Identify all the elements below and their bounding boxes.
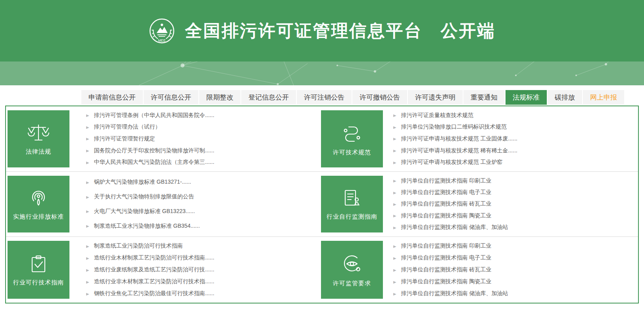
nav-tab[interactable]: 网上申报 <box>583 90 624 105</box>
list-item-text: 排污许可管理条例（中华人民共和国国务院令...... <box>94 112 214 119</box>
list-item-text: 排污单位污染物排放口二维码标识技术规范 <box>401 123 507 131</box>
list-item-text: 锅炉大气污染物排放标准 GB13271-...... <box>94 179 191 186</box>
list-item[interactable]: ▶锅炉大气污染物排放标准 GB13271-...... <box>86 179 316 186</box>
list-item-text: 造纸行业非木材制浆工艺污染防治可行技术指...... <box>94 278 214 285</box>
nav-tab[interactable]: 申请前信息公开 <box>81 90 143 105</box>
section-emission-standards: 实施行业排放标准 ▶锅炉大气污染物排放标准 GB13271-......▶关于执… <box>6 172 320 236</box>
nav-tab[interactable]: 限期整改 <box>199 90 240 105</box>
list-item[interactable]: ▶排污许可证申请与核发技术规范 工业固体废...... <box>393 135 634 142</box>
link-list-feasible-tech: ▶制浆造纸工业污染防治可行技术指南▶造纸行业木材制浆工艺污染防治可行技术指南..… <box>69 237 320 303</box>
category-label: 法律法规 <box>26 148 51 156</box>
triangle-bullet-icon: ▶ <box>393 244 396 248</box>
triangle-bullet-icon: ▶ <box>393 125 396 129</box>
list-item[interactable]: ▶钢铁行业焦化工艺污染防治最佳可行技术指南...... <box>86 290 316 297</box>
list-item[interactable]: ▶排污单位自行监测技术指南 印刷工业 <box>393 177 634 184</box>
category-box-self-monitoring[interactable]: 行业自行监测指南 <box>321 176 383 232</box>
list-item-text: 火电厂大气污染物排放标准 GB13223...... <box>94 208 195 215</box>
list-item[interactable]: ▶排污单位自行监测技术指南 陶瓷工业 <box>393 212 634 219</box>
nav-tab[interactable]: 许可注销公告 <box>297 90 352 105</box>
list-item[interactable]: ▶排污单位自行监测技术指南 储油库、加油站 <box>393 290 634 297</box>
nav-tab[interactable]: 碳排放 <box>548 90 582 105</box>
triangle-bullet-icon: ▶ <box>393 256 396 260</box>
list-item[interactable]: ▶排污许可证管理暂行规定 <box>86 135 316 142</box>
list-item[interactable]: ▶火电厂大气污染物排放标准 GB13223...... <box>86 208 316 215</box>
nav-tab[interactable]: 许可撤销公告 <box>352 90 407 105</box>
list-item-text: 排污单位自行监测技术指南 储油库、加油站 <box>401 224 508 231</box>
list-item[interactable]: ▶排污单位自行监测技术指南 陶瓷工业 <box>393 278 634 285</box>
triangle-bullet-icon: ▶ <box>393 214 396 218</box>
list-item-text: 制浆造纸工业水污染物排放标准 GB354...... <box>94 223 200 230</box>
list-item-text: 中华人民共和国大气污染防治法（主席令第三...... <box>94 159 214 166</box>
triangle-bullet-icon: ▶ <box>86 292 89 296</box>
list-item[interactable]: ▶造纸行业非木材制浆工艺污染防治可行技术指...... <box>86 278 316 285</box>
nav-tab[interactable]: 法规标准 <box>506 90 547 105</box>
list-item[interactable]: ▶国务院办公厅关于印发控制污染物排放许可制...... <box>86 147 316 154</box>
list-item[interactable]: ▶关于执行大气污染物特别排放限值的公告 <box>86 193 316 200</box>
list-item-text: 排污单位自行监测技术指南 砖瓦工业 <box>401 200 492 207</box>
list-item[interactable]: ▶排污单位污染物排放口二维码标识技术规范 <box>393 123 634 131</box>
category-label: 行业自行监测指南 <box>327 213 377 221</box>
list-item-text: 排污单位自行监测技术指南 印刷工业 <box>401 177 492 184</box>
list-item[interactable]: ▶排污许可管理办法（试行） <box>86 123 316 131</box>
triangle-bullet-icon: ▶ <box>393 292 396 296</box>
list-item-text: 排污许可证申请与核发技术规范 工业固体废...... <box>401 135 517 142</box>
list-item[interactable]: ▶造纸行业木材制浆工艺污染防治可行技术指南...... <box>86 254 316 261</box>
category-box-tech-specs[interactable]: 许可技术规范 <box>321 110 383 167</box>
list-item[interactable]: ▶排污单位自行监测技术指南 砖瓦工业 <box>393 200 634 207</box>
category-box-feasible-tech[interactable]: 行业可行技术指南 <box>8 241 69 299</box>
list-item-text: 钢铁行业焦化工艺污染防治最佳可行技术指南...... <box>94 290 214 297</box>
triangle-bullet-icon: ▶ <box>393 160 396 164</box>
sections-row-3: 行业可行技术指南 ▶制浆造纸工业污染防治可行技术指南▶造纸行业木材制浆工艺污染防… <box>6 236 638 303</box>
list-item[interactable]: ▶排污许可证申请与核发技术规范 稀有稀土金...... <box>393 147 634 154</box>
category-label: 许可监管要求 <box>333 280 371 287</box>
section-supervision: 许可监管要求 ▶排污单位自行监测技术指南 印刷工业▶排污单位自行监测技术指南 电… <box>320 237 638 303</box>
list-item-text: 排污许可证质量核查技术规范 <box>401 112 473 119</box>
list-item[interactable]: ▶排污单位自行监测技术指南 电子工业 <box>393 254 634 261</box>
link-list-self-monitoring: ▶排污单位自行监测技术指南 印刷工业▶排污单位自行监测技术指南 电子工业▶排污单… <box>383 172 638 236</box>
list-item[interactable]: ▶制浆造纸工业水污染物排放标准 GB354...... <box>86 223 316 230</box>
list-item[interactable]: ▶排污单位自行监测技术指南 电子工业 <box>393 189 634 196</box>
list-item[interactable]: ▶排污许可证质量核查技术规范 <box>393 112 634 119</box>
triangle-bullet-icon: ▶ <box>86 149 89 153</box>
list-item-text: 排污单位自行监测技术指南 陶瓷工业 <box>401 278 492 285</box>
section-feasible-tech: 行业可行技术指南 ▶制浆造纸工业污染防治可行技术指南▶造纸行业木材制浆工艺污染防… <box>6 237 320 303</box>
triangle-bullet-icon: ▶ <box>393 280 396 284</box>
category-box-laws[interactable]: 法律法规 <box>8 110 69 167</box>
nav-tab[interactable]: 许可遗失声明 <box>408 90 463 105</box>
triangle-bullet-icon: ▶ <box>393 179 396 183</box>
list-item[interactable]: ▶排污许可证申请与核发技术规范 工业炉窑 <box>393 159 634 166</box>
list-item[interactable]: ▶制浆造纸工业污染防治可行技术指南 <box>86 242 316 250</box>
nav-tabbar: 申请前信息公开 许可信息公开 限期整改 登记信息公开 许可注销公告 许可撤销公告… <box>81 90 616 105</box>
triangle-bullet-icon: ▶ <box>86 224 89 228</box>
triangle-bullet-icon: ▶ <box>393 202 396 206</box>
category-box-emission-standards[interactable]: 实施行业排放标准 <box>8 176 69 232</box>
section-self-monitoring: 行业自行监测指南 ▶排污单位自行监测技术指南 印刷工业▶排污单位自行监测技术指南… <box>320 172 638 236</box>
interlock-loops-icon <box>340 122 364 144</box>
triangle-bullet-icon: ▶ <box>393 149 396 153</box>
nav-tab[interactable]: 重要通知 <box>463 90 505 105</box>
list-item-text: 制浆造纸工业污染防治可行技术指南 <box>94 242 183 250</box>
nav-tab[interactable]: 许可信息公开 <box>144 90 198 105</box>
triangle-bullet-icon: ▶ <box>393 113 396 117</box>
list-item-text: 排污许可证管理暂行规定 <box>94 135 155 142</box>
list-item[interactable]: ▶排污单位自行监测技术指南 砖瓦工业 <box>393 266 634 273</box>
hero-banner: MEE 全国排污许可证管理信息平台 公开端 <box>0 0 644 85</box>
list-item[interactable]: ▶中华人民共和国大气污染防治法（主席令第三...... <box>86 159 316 166</box>
list-item-text: 排污许可证申请与核发技术规范 稀有稀土金...... <box>401 147 517 154</box>
list-item[interactable]: ▶造纸行业废纸制浆及造纸工艺污染防治可行技...... <box>86 266 316 273</box>
list-item[interactable]: ▶排污单位自行监测技术指南 储油库、加油站 <box>393 224 634 231</box>
nav-tab[interactable]: 登记信息公开 <box>241 90 296 105</box>
svg-text:MEE: MEE <box>158 38 165 42</box>
section-tech-specs: 许可技术规范 ▶排污许可证质量核查技术规范▶排污单位污染物排放口二维码标识技术规… <box>320 106 638 171</box>
broadcast-icon <box>27 188 50 208</box>
triangle-bullet-icon: ▶ <box>86 125 89 129</box>
sections-row-2: 实施行业排放标准 ▶锅炉大气污染物排放标准 GB13271-......▶关于执… <box>6 171 638 236</box>
list-item[interactable]: ▶排污许可管理条例（中华人民共和国国务院令...... <box>86 112 316 119</box>
category-box-supervision[interactable]: 许可监管要求 <box>321 241 383 299</box>
clipboard-check-icon <box>27 254 50 274</box>
list-item-text: 排污许可证申请与核发技术规范 工业炉窑 <box>401 159 503 166</box>
triangle-bullet-icon: ▶ <box>86 137 89 141</box>
link-list-laws: ▶排污许可管理条例（中华人民共和国国务院令......▶排污许可管理办法（试行）… <box>69 106 320 171</box>
list-item[interactable]: ▶排污单位自行监测技术指南 印刷工业 <box>393 242 634 250</box>
page-title: 全国排污许可证管理信息平台 公开端 <box>185 19 496 42</box>
